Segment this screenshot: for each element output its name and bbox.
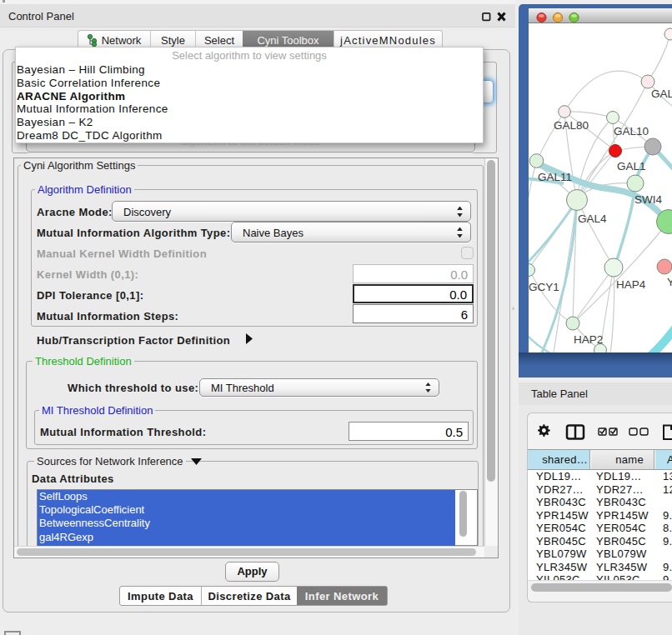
svg-text:HAP4: HAP4 [616, 278, 646, 291]
svg-text:GAL10: GAL10 [614, 125, 649, 138]
svg-text:GAL: GAL [651, 88, 672, 100]
svg-text:GAL80: GAL80 [554, 119, 589, 132]
svg-text:Y: Y [667, 276, 672, 288]
svg-text:GCY1: GCY1 [529, 281, 559, 293]
svg-text:GAL1: GAL1 [617, 160, 646, 172]
svg-text:GAL11: GAL11 [538, 171, 572, 183]
svg-text:HAP2: HAP2 [574, 333, 603, 346]
svg-text:GAL4: GAL4 [578, 212, 607, 225]
svg-text:SWI4: SWI4 [634, 193, 662, 206]
